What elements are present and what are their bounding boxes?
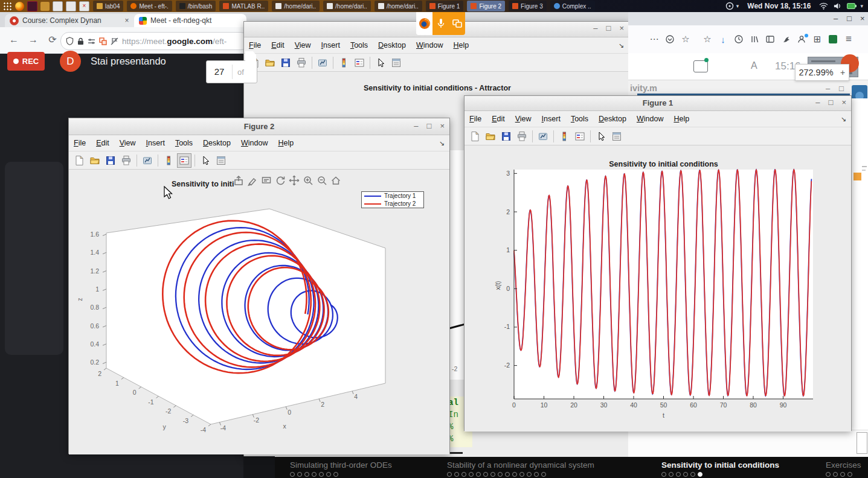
menu-window[interactable]: Window (637, 115, 663, 123)
pocket-icon[interactable] (662, 35, 678, 43)
avatar[interactable]: D (60, 51, 81, 72)
insert-legend-button[interactable] (177, 153, 191, 168)
url-field[interactable]: https://meet.google.com/eft- (60, 32, 249, 50)
menu-view[interactable]: View (515, 115, 532, 123)
menu-help[interactable]: Help (674, 115, 689, 123)
menu-tools[interactable]: Tools (350, 41, 368, 49)
package-icon[interactable] (40, 2, 50, 11)
menu-pin-icon[interactable]: ↘ (841, 115, 846, 123)
print-figure-button[interactable] (294, 56, 309, 70)
matlab-extension-icon[interactable] (825, 35, 841, 43)
permissions-icon[interactable] (88, 37, 95, 45)
star-icon[interactable]: ☆ (678, 34, 693, 45)
taskbar-window--bin-bash[interactable]: /bin/bash (176, 1, 216, 11)
insert-colorbar-button[interactable] (336, 56, 351, 70)
close-button[interactable]: × (841, 98, 846, 107)
taskbar-window-complex-[interactable]: Complex .. (550, 1, 595, 11)
menu-window[interactable]: Window (241, 139, 268, 147)
property-inspector-button[interactable] (609, 129, 624, 144)
zoom-in-icon[interactable] (301, 173, 315, 188)
minimize-button[interactable]: – (414, 121, 418, 130)
shield-icon[interactable] (66, 37, 74, 45)
menu-insert[interactable]: Insert (146, 139, 165, 147)
taskbar-window--home-dari-[interactable]: /home/dari.. (272, 1, 320, 11)
figure2-canvas[interactable]: Sensitivity to initi 1.61.41.210.80.60.4… (69, 170, 449, 454)
tab-meet[interactable]: Meet - eft-ndeg-qkt (134, 14, 246, 27)
minimize-button[interactable]: – (815, 98, 820, 107)
tab-course[interactable]: Course: Complex Dynan × (5, 14, 141, 27)
reload-icon[interactable]: ⟳ (45, 32, 60, 48)
scroll-box[interactable] (857, 432, 867, 454)
insert-colorbar-button[interactable] (161, 153, 176, 168)
taskbar-window-figure-3[interactable]: Figure 3 (509, 1, 547, 11)
download-icon[interactable]: ↓ (715, 34, 731, 45)
sidebar-icon[interactable] (762, 35, 778, 43)
bookmark-add-icon[interactable]: ☆ (699, 34, 715, 45)
insert-colorbar-button[interactable] (557, 129, 571, 144)
new-figure-button[interactable] (468, 129, 482, 144)
figure2-legend[interactable]: Trajectory 1 Trajectory 2 (361, 191, 424, 208)
insert-legend-button[interactable] (573, 129, 587, 144)
minimize-button[interactable]: – (826, 84, 830, 93)
brush-icon[interactable] (246, 173, 259, 188)
extension-icon[interactable] (778, 35, 794, 43)
export-icon[interactable] (232, 173, 245, 188)
rotate-icon[interactable] (274, 173, 287, 188)
container-icon[interactable] (99, 37, 107, 45)
firefox-icon[interactable] (15, 2, 24, 11)
edit-plot-button[interactable] (198, 153, 213, 168)
restore-view-icon[interactable] (329, 173, 342, 188)
menu-insert[interactable]: Insert (321, 41, 340, 49)
maximize-button[interactable]: □ (829, 98, 834, 107)
taskbar-window-matlab-r-[interactable]: MATLAB R.. (219, 1, 268, 11)
figure2-axes[interactable]: 1.61.41.210.80.60.40.2z210-1-2-3-4y-4-20… (69, 170, 449, 454)
zoom-in-button[interactable]: + (837, 68, 849, 77)
page-number-input[interactable]: 27 (207, 65, 233, 79)
battery-icon[interactable] (847, 3, 857, 9)
close-button[interactable]: × (860, 14, 865, 23)
print-figure-button[interactable] (515, 129, 529, 144)
close-tab-icon[interactable]: × (124, 16, 130, 25)
maximize-button[interactable]: □ (847, 14, 852, 23)
open-file-button[interactable] (263, 56, 277, 70)
edit-plot-button[interactable] (594, 129, 608, 144)
menu-view[interactable]: View (120, 139, 136, 147)
menu-tools[interactable]: Tools (175, 139, 193, 147)
input-method-icon[interactable] (725, 2, 734, 10)
taskbar-window-figure-1[interactable]: Figure 1 (426, 1, 464, 11)
maximize-button[interactable]: □ (839, 84, 844, 93)
figure1-title-bar[interactable]: Figure 1 – □ × (465, 96, 851, 111)
pan-icon[interactable] (288, 173, 301, 188)
new-figure-button[interactable] (72, 153, 86, 168)
taskbar-window--home-dari-[interactable]: /home/dari.. (323, 1, 371, 11)
minimize-button[interactable]: – (593, 24, 597, 33)
document-icon[interactable] (53, 1, 63, 11)
figure2-title-bar[interactable]: Figure 2 – □ × (69, 118, 449, 135)
terminal-icon[interactable] (27, 1, 37, 11)
app-grid-icon[interactable] (3, 2, 12, 11)
menu-edit[interactable]: Edit (96, 139, 109, 147)
taskbar-window-lab04[interactable]: lab04 (93, 1, 123, 11)
link-plot-button[interactable] (315, 56, 330, 70)
save-figure-button[interactable] (499, 129, 513, 144)
close-document-icon[interactable]: × (79, 1, 89, 11)
figure1-canvas[interactable]: Sensitivity to initial conditions 3210-1… (465, 145, 851, 432)
close-button[interactable]: × (619, 24, 624, 33)
property-inspector-button[interactable] (389, 56, 403, 70)
menu-desktop[interactable]: Desktop (203, 139, 231, 147)
taskbar-window--home-dari-[interactable]: /home/dari.. (375, 1, 422, 11)
microphone-icon[interactable] (432, 12, 449, 35)
document-icon[interactable] (66, 1, 76, 11)
link-plot-button[interactable] (536, 129, 550, 144)
library-icon[interactable] (747, 35, 762, 43)
menu-pin-icon[interactable]: ↘ (619, 42, 624, 49)
minimize-button[interactable]: – (834, 14, 838, 23)
back-icon[interactable]: ← (6, 32, 22, 48)
close-button[interactable]: × (440, 121, 445, 130)
datatips-icon[interactable] (260, 173, 273, 188)
overflow-menu-icon[interactable]: ⋯ (646, 34, 662, 45)
zoom-control[interactable]: 272.99% + (795, 64, 849, 81)
hamburger-menu-icon[interactable]: ≡ (841, 33, 857, 45)
taskbar-window-figure-2[interactable]: Figure 2 (467, 1, 505, 11)
print-figure-button[interactable] (119, 153, 133, 168)
